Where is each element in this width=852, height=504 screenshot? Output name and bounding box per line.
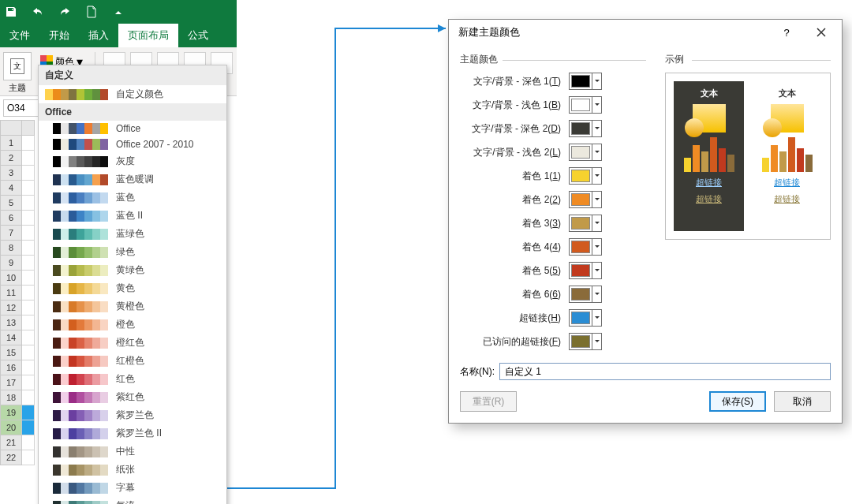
name-label: 名称(N): <box>460 365 495 379</box>
color-picker-button[interactable] <box>569 238 602 256</box>
cell[interactable] <box>22 330 35 345</box>
row-header[interactable]: 11 <box>0 286 22 301</box>
row-header[interactable]: 4 <box>0 181 22 196</box>
row-header[interactable]: 16 <box>0 360 22 375</box>
row-header[interactable]: 9 <box>0 256 22 271</box>
theme-row[interactable]: 红色 <box>39 370 226 388</box>
theme-row[interactable]: Office <box>39 121 226 136</box>
cell[interactable] <box>22 405 35 420</box>
color-picker-button[interactable] <box>569 191 602 208</box>
save-icon[interactable] <box>5 6 17 18</box>
color-row-label: 着色 6(6) <box>460 288 561 301</box>
theme-row[interactable]: 紫罗兰色 <box>39 406 226 424</box>
cell[interactable] <box>22 435 35 450</box>
cell[interactable] <box>22 226 35 241</box>
preview-followed-link: 超链接 <box>696 193 722 205</box>
theme-row[interactable]: 中性 <box>39 442 226 461</box>
tab-home[interactable]: 开始 <box>39 24 79 47</box>
name-input[interactable] <box>499 363 831 380</box>
theme-row[interactable]: 蓝色 <box>39 189 226 207</box>
row-header[interactable]: 13 <box>0 315 22 330</box>
color-picker-button[interactable] <box>569 120 602 137</box>
theme-row[interactable]: 橙色 <box>39 315 226 334</box>
theme-row[interactable]: 蓝绿色 <box>39 225 226 243</box>
row-header[interactable]: 2 <box>0 151 22 166</box>
color-picker-button[interactable] <box>569 309 602 327</box>
cell[interactable] <box>22 345 35 360</box>
cell[interactable] <box>22 271 35 286</box>
cell[interactable] <box>22 360 35 375</box>
cell[interactable] <box>22 286 35 301</box>
save-button[interactable]: 保存(S) <box>709 391 766 412</box>
theme-row[interactable]: 黄橙色 <box>39 297 226 315</box>
theme-row[interactable]: 灰度 <box>39 152 226 170</box>
row-header[interactable]: 12 <box>0 301 22 315</box>
themes-button[interactable]: 文 主题 <box>3 52 32 94</box>
undo-icon[interactable] <box>32 6 44 18</box>
row-header[interactable]: 14 <box>0 330 22 345</box>
tab-page-layout[interactable]: 页面布局 <box>118 24 178 47</box>
row-header[interactable]: 21 <box>0 435 22 450</box>
cancel-button[interactable]: 取消 <box>774 391 831 412</box>
theme-row[interactable]: 字幕 <box>39 479 226 497</box>
theme-row[interactable]: Office 2007 - 2010 <box>39 136 226 152</box>
row-header[interactable]: 19 <box>0 405 22 420</box>
row-header[interactable]: 22 <box>0 450 22 465</box>
cell[interactable] <box>22 301 35 315</box>
new-icon[interactable] <box>85 6 98 18</box>
cell[interactable] <box>22 151 35 166</box>
redo-icon[interactable] <box>58 6 71 18</box>
theme-row[interactable]: 蓝色 II <box>39 207 226 225</box>
color-picker-button[interactable] <box>569 167 602 185</box>
cell[interactable] <box>22 181 35 196</box>
row-header[interactable]: 3 <box>0 166 22 181</box>
help-button[interactable]: ? <box>772 23 801 42</box>
tab-file[interactable]: 文件 <box>0 24 39 47</box>
row-header[interactable]: 7 <box>0 226 22 241</box>
cell[interactable] <box>22 211 35 226</box>
theme-row[interactable]: 橙红色 <box>39 334 226 352</box>
cell[interactable] <box>22 166 35 181</box>
theme-row[interactable]: 红橙色 <box>39 352 226 370</box>
cell[interactable] <box>22 375 35 390</box>
theme-row[interactable]: 紫罗兰色 II <box>39 424 226 442</box>
row-header[interactable]: 17 <box>0 375 22 390</box>
row-header[interactable]: 5 <box>0 196 22 211</box>
color-picker-button[interactable] <box>569 286 602 303</box>
theme-row[interactable]: 自定义颜色 <box>39 85 226 103</box>
theme-row[interactable]: 气流 <box>39 497 226 504</box>
color-picker-button[interactable] <box>569 215 602 232</box>
cell[interactable] <box>22 390 35 405</box>
qat-customize-icon[interactable] <box>112 6 125 18</box>
row-header[interactable]: 18 <box>0 390 22 405</box>
cell[interactable] <box>22 256 35 271</box>
cell[interactable] <box>22 450 35 465</box>
theme-row[interactable]: 紫红色 <box>39 388 226 406</box>
row-header[interactable]: 10 <box>0 271 22 286</box>
row-header[interactable]: 20 <box>0 420 22 435</box>
color-picker-button[interactable] <box>569 144 602 161</box>
cell[interactable] <box>22 196 35 211</box>
row-header[interactable]: 15 <box>0 345 22 360</box>
tab-insert[interactable]: 插入 <box>79 24 118 47</box>
cell[interactable] <box>22 136 35 151</box>
color-picker-button[interactable] <box>569 96 602 114</box>
close-button[interactable] <box>807 23 835 42</box>
color-picker-button[interactable] <box>569 262 602 279</box>
reset-button[interactable]: 重置(R) <box>460 391 517 412</box>
theme-row[interactable]: 黄绿色 <box>39 261 226 279</box>
tab-formulas[interactable]: 公式 <box>178 24 218 47</box>
row-header[interactable]: 6 <box>0 211 22 226</box>
color-picker-button[interactable] <box>569 333 602 350</box>
theme-row[interactable]: 绿色 <box>39 243 226 261</box>
row-header[interactable]: 1 <box>0 136 22 151</box>
theme-row[interactable]: 蓝色暖调 <box>39 170 226 189</box>
row-header[interactable]: 8 <box>0 241 22 256</box>
name-box[interactable]: O34 <box>3 99 39 117</box>
color-picker-button[interactable] <box>569 73 602 90</box>
cell[interactable] <box>22 241 35 256</box>
cell[interactable] <box>22 315 35 330</box>
theme-row[interactable]: 纸张 <box>39 461 226 479</box>
theme-row[interactable]: 黄色 <box>39 279 226 297</box>
cell[interactable] <box>22 420 35 435</box>
